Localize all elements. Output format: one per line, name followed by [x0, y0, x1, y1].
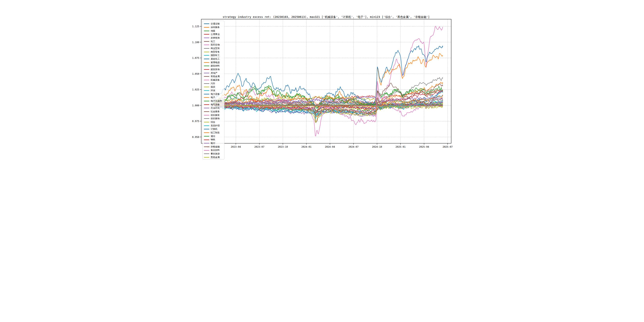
legend-item: 国防军工 — [204, 54, 224, 57]
legend-swatch — [204, 83, 209, 84]
legend-label: 纺织服饰 — [211, 118, 220, 120]
legend-label: 煤炭 — [211, 86, 215, 88]
legend-item: 计算机 — [204, 128, 224, 131]
legend-label: 化工 — [211, 40, 215, 42]
y-tick-label: 1.000 — [192, 104, 199, 107]
legend-label: 黑色金属 — [211, 156, 220, 158]
legend-label: 石油石化 — [211, 107, 220, 109]
legend-swatch — [204, 122, 209, 122]
legend-swatch — [204, 140, 209, 140]
legend-label: 国防军工 — [211, 54, 220, 56]
legend-item: 餐饮旅游 — [204, 152, 224, 156]
legend-item: 银行 — [204, 142, 224, 145]
legend-swatch — [204, 59, 209, 59]
legend-item: 机械设备 — [204, 78, 224, 82]
legend-swatch — [204, 27, 209, 28]
legend-label: 电力设备 — [211, 93, 220, 95]
x-tick-label: 2024-04 — [325, 146, 335, 148]
legend-item: 商业贸易 — [204, 47, 224, 50]
legend-item: 医药生物 — [204, 43, 224, 47]
legend-swatch — [204, 129, 209, 130]
legend-swatch — [204, 38, 209, 38]
legend-swatch — [204, 126, 209, 126]
legend-swatch — [204, 108, 209, 108]
legend-label: 农林牧渔 — [211, 37, 220, 39]
legend-label: 食品饮料 — [211, 149, 220, 151]
legend-item: 电气设备 — [204, 103, 224, 106]
legend-label: 休闲服务 — [211, 26, 220, 28]
legend-item: 家用电器 — [204, 60, 224, 64]
legend-swatch — [204, 157, 209, 158]
legend-item: 传媒 — [204, 29, 224, 32]
x-tick-label: 2023-07 — [254, 146, 264, 148]
legend-label: 餐饮旅游 — [211, 153, 220, 155]
legend-swatch — [204, 55, 209, 56]
x-tick-label: 2024-10 — [372, 146, 382, 148]
legend-item: 黑色金属 — [204, 156, 224, 159]
legend-label: 汽车 — [211, 82, 215, 85]
legend: 交通运输休闲服务传媒公用事业农林牧渔化工医药生物商业贸易商贸零售国防军工基础化工… — [202, 21, 224, 160]
legend-swatch — [204, 44, 209, 45]
y-tick-label: 1.100 — [192, 41, 199, 44]
legend-swatch — [204, 90, 209, 91]
legend-label: 公用事业 — [211, 33, 220, 36]
legend-swatch — [204, 136, 209, 136]
x-tick-label: 2024-01 — [301, 146, 312, 148]
legend-label: 环保 — [211, 90, 215, 92]
legend-label: 商贸零售 — [211, 51, 220, 53]
legend-item: 煤炭 — [204, 85, 224, 89]
legend-swatch — [204, 30, 209, 31]
legend-label: 传媒 — [211, 30, 215, 32]
legend-item: 食品饮料 — [204, 148, 224, 152]
legend-swatch — [204, 94, 209, 94]
y-tick-label: 0.950 — [192, 136, 199, 138]
legend-label: 建筑材料 — [211, 65, 220, 67]
legend-swatch — [204, 62, 209, 63]
legend-item: 电子元器件 — [204, 100, 224, 103]
legend-swatch — [204, 80, 209, 80]
legend-item: 有色金属 — [204, 75, 224, 78]
legend-label: 商业贸易 — [211, 47, 220, 50]
legend-item: 化工 — [204, 40, 224, 43]
legend-swatch — [204, 41, 209, 42]
y-tick-label: 0.975 — [192, 120, 199, 123]
x-tick-label: 2023-10 — [278, 146, 288, 148]
legend-item: 环保 — [204, 89, 224, 92]
legend-item: 房地产 — [204, 71, 224, 75]
legend-swatch — [204, 48, 209, 49]
legend-item: 综合 — [204, 120, 224, 124]
legend-swatch — [204, 118, 209, 119]
legend-label: 纺织服装 — [211, 114, 220, 116]
legend-item: 汽车 — [204, 82, 224, 85]
legend-swatch — [204, 66, 209, 66]
legend-swatch — [204, 146, 209, 147]
legend-item: 基础化工 — [204, 57, 224, 61]
legend-label: 房地产 — [211, 72, 218, 74]
legend-label: 综合 — [211, 121, 215, 123]
legend-label: 家用电器 — [211, 62, 220, 64]
legend-swatch — [204, 150, 209, 151]
legend-label: 有色金属 — [211, 75, 220, 78]
figure: 2023-012023-042023-072023-102024-012024-… — [161, 0, 483, 161]
legend-swatch — [204, 69, 209, 70]
legend-swatch — [204, 101, 209, 101]
legend-swatch — [204, 76, 209, 77]
legend-label: 美容护理 — [211, 125, 220, 127]
legend-swatch — [204, 111, 209, 112]
legend-label: 钢铁 — [211, 138, 215, 141]
legend-item: 公用事业 — [204, 32, 224, 36]
legend-swatch — [204, 97, 209, 98]
legend-item: 通信 — [204, 134, 224, 138]
legend-swatch — [204, 73, 209, 73]
y-tick-label: 1.125 — [192, 25, 199, 28]
x-tick-label: 2025-07 — [443, 146, 453, 148]
legend-label: 电子 — [211, 96, 215, 98]
x-tick-label: 2024-07 — [348, 146, 358, 148]
y-tick-label: 1.075 — [192, 57, 199, 60]
legend-label: 交通运输 — [211, 23, 220, 25]
x-tick-label: 2025-01 — [396, 146, 406, 148]
legend-item: 纺织服装 — [204, 113, 224, 117]
x-tick-label: 2025-04 — [419, 146, 429, 148]
legend-label: 社会服务 — [211, 110, 220, 113]
legend-label: 基础化工 — [211, 58, 220, 60]
